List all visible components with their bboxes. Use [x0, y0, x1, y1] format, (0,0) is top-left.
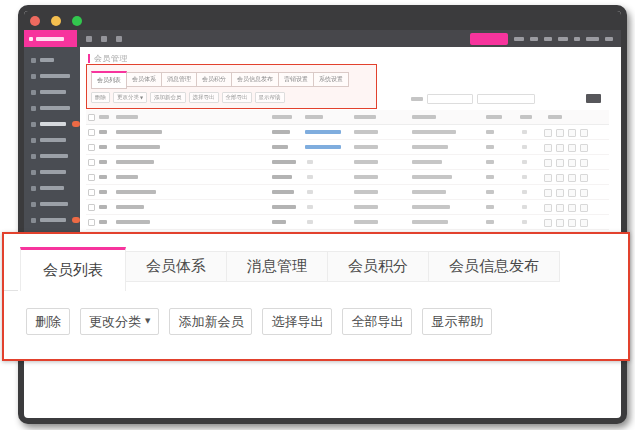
mini-delete-button[interactable]: 删除 — [91, 92, 110, 103]
tab-member-info-publish[interactable]: 会员信息发布 — [429, 251, 560, 282]
row-action-button[interactable] — [556, 174, 564, 182]
header-link[interactable] — [574, 37, 580, 41]
delete-button[interactable]: 删除 — [26, 308, 70, 335]
row-action-button[interactable] — [580, 129, 588, 137]
mini-sidebar-item[interactable] — [24, 116, 80, 132]
export-all-button[interactable]: 全部导出 — [342, 308, 412, 335]
search-button[interactable] — [586, 94, 601, 103]
tab-member-system[interactable]: 会员体系 — [126, 251, 227, 282]
mini-change-category-dropdown[interactable]: 更改分类 ▼ — [113, 92, 147, 103]
mini-tab-member-info-publish[interactable]: 会员信息发布 — [232, 72, 279, 87]
member-tabs: 会员列表 会员体系 消息管理 会员积分 会员信息发布 — [20, 247, 560, 291]
mini-sidebar-item[interactable] — [24, 164, 80, 180]
row-action-button[interactable] — [568, 189, 576, 197]
row-action-button[interactable] — [580, 144, 588, 152]
row-checkbox[interactable] — [88, 159, 95, 166]
window-titlebar — [24, 11, 621, 30]
tab-member-points[interactable]: 会员积分 — [328, 251, 429, 282]
minimize-window-button[interactable] — [51, 16, 61, 26]
table-row[interactable] — [86, 215, 609, 230]
mini-sidebar-item[interactable] — [24, 132, 80, 148]
mini-add-member-button[interactable]: 添加新会员 — [150, 92, 186, 103]
mini-sidebar-item[interactable] — [24, 100, 80, 116]
row-action-button[interactable] — [556, 129, 564, 137]
row-action-button[interactable] — [568, 174, 576, 182]
row-action-button[interactable] — [556, 204, 564, 212]
table-row[interactable] — [86, 185, 609, 200]
table-row[interactable] — [86, 125, 609, 140]
row-action-button[interactable] — [544, 144, 552, 152]
row-action-button[interactable] — [568, 129, 576, 137]
row-action-button[interactable] — [568, 159, 576, 167]
row-action-button[interactable] — [556, 189, 564, 197]
row-action-button[interactable] — [556, 159, 564, 167]
row-action-button[interactable] — [544, 219, 552, 227]
row-action-button[interactable] — [544, 159, 552, 167]
table-row[interactable] — [86, 140, 609, 155]
mini-sidebar-item[interactable] — [24, 180, 80, 196]
table-row[interactable] — [86, 170, 609, 185]
row-action-button[interactable] — [568, 204, 576, 212]
mini-tab-marketing-settings[interactable]: 营销设置 — [279, 72, 314, 87]
tab-member-list[interactable]: 会员列表 — [20, 247, 126, 291]
mini-tab-message-management[interactable]: 消息管理 — [162, 72, 197, 87]
row-action-button[interactable] — [544, 189, 552, 197]
change-category-dropdown[interactable]: 更改分类 ▼ — [80, 308, 159, 335]
row-checkbox[interactable] — [88, 144, 95, 151]
mini-tab-member-points[interactable]: 会员积分 — [197, 72, 232, 87]
row-action-button[interactable] — [556, 144, 564, 152]
header-link[interactable] — [530, 37, 538, 41]
mini-export-all-button[interactable]: 全部导出 — [222, 92, 252, 103]
header-link[interactable] — [514, 37, 524, 41]
header-home-icon[interactable] — [116, 36, 122, 42]
mini-sidebar-item[interactable] — [24, 52, 80, 68]
header-link[interactable] — [605, 37, 613, 41]
search-keyword-input[interactable] — [477, 94, 535, 104]
export-selected-button[interactable]: 选择导出 — [262, 308, 332, 335]
mini-show-help-button[interactable]: 显示帮助 — [255, 92, 285, 103]
row-action-button[interactable] — [580, 159, 588, 167]
show-help-button[interactable]: 显示帮助 — [422, 308, 492, 335]
mini-export-selected-button[interactable]: 选择导出 — [189, 92, 219, 103]
row-action-button[interactable] — [544, 129, 552, 137]
row-action-button[interactable] — [544, 174, 552, 182]
header-refresh-icon[interactable] — [86, 36, 92, 42]
mini-sidebar-item[interactable] — [24, 148, 80, 164]
row-action-button[interactable] — [580, 189, 588, 197]
mini-sidebar-item[interactable] — [24, 68, 80, 84]
header-link[interactable] — [586, 37, 599, 41]
sidebar-item-icon — [31, 202, 36, 207]
mini-tab-member-system[interactable]: 会员体系 — [127, 72, 162, 87]
row-action-button[interactable] — [580, 204, 588, 212]
row-action-button[interactable] — [544, 204, 552, 212]
table-row[interactable] — [86, 155, 609, 170]
header-link[interactable] — [544, 37, 552, 41]
header-primary-button[interactable] — [470, 33, 508, 45]
row-checkbox[interactable] — [88, 189, 95, 196]
mini-sidebar-item[interactable] — [24, 196, 80, 212]
zoom-window-button[interactable] — [72, 16, 82, 26]
app-logo[interactable] — [24, 30, 77, 47]
add-member-button[interactable]: 添加新会员 — [169, 308, 252, 335]
row-checkbox[interactable] — [88, 174, 95, 181]
mini-sidebar-item[interactable] — [24, 212, 80, 228]
select-all-checkbox[interactable] — [88, 114, 95, 121]
mini-sidebar-item[interactable] — [24, 84, 80, 100]
row-checkbox[interactable] — [88, 204, 95, 211]
tab-message-management[interactable]: 消息管理 — [227, 251, 328, 282]
sidebar-item-icon — [31, 74, 36, 79]
table-row[interactable] — [86, 200, 609, 215]
mini-tab-system-settings[interactable]: 系统设置 — [314, 72, 349, 87]
row-action-button[interactable] — [580, 174, 588, 182]
mini-tab-member-list[interactable]: 会员列表 — [91, 71, 127, 89]
search-input[interactable] — [427, 94, 473, 104]
row-action-button[interactable] — [556, 219, 564, 227]
row-checkbox[interactable] — [88, 219, 95, 226]
header-link[interactable] — [558, 37, 568, 41]
row-action-button[interactable] — [580, 219, 588, 227]
row-action-button[interactable] — [568, 144, 576, 152]
close-window-button[interactable] — [30, 16, 40, 26]
row-checkbox[interactable] — [88, 129, 95, 136]
row-action-button[interactable] — [568, 219, 576, 227]
header-menu-icon[interactable] — [101, 36, 107, 42]
